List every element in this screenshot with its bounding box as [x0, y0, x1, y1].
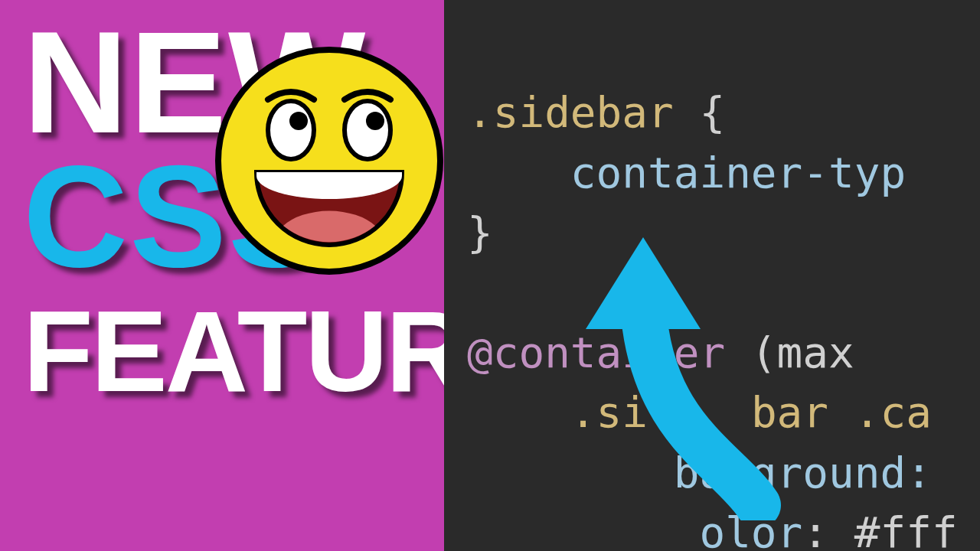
svg-point-1: [268, 101, 314, 159]
headline-word-3: FEATURE: [23, 298, 429, 404]
thumbnail-stage: NEW CSS FEATURE .sidebar { container-typ…: [0, 0, 980, 551]
code-hex-value: #fff: [854, 507, 958, 551]
code-panel: .sidebar { container-typ } @container (m…: [444, 0, 980, 551]
code-property: container-typ: [570, 148, 906, 197]
awesome-face-icon: [214, 46, 444, 276]
code-selector: .sidebar: [467, 87, 674, 137]
code-at-rule: @container: [467, 328, 725, 377]
svg-point-3: [345, 101, 390, 159]
svg-point-2: [289, 112, 308, 130]
headline-panel: NEW CSS FEATURE: [0, 0, 444, 551]
svg-marker-5: [586, 237, 701, 329]
svg-point-4: [366, 112, 384, 130]
